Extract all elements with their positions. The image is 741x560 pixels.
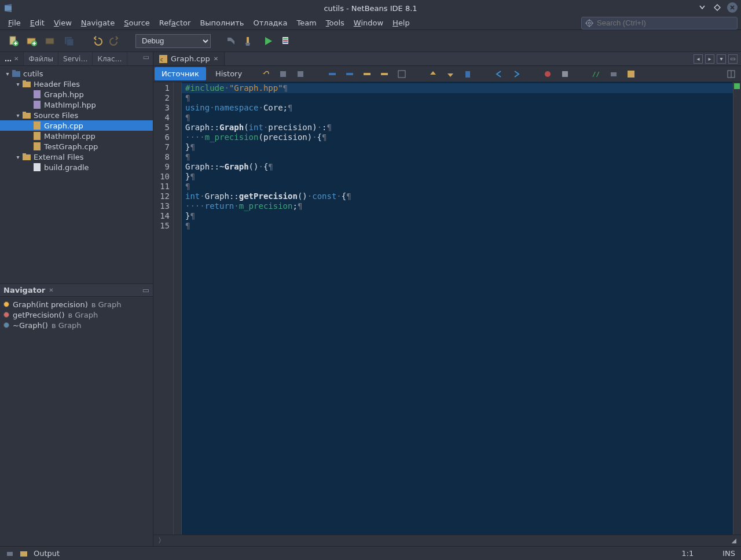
find-selection-prev-icon[interactable] <box>327 68 338 80</box>
code-content[interactable]: #include·"Graph.hpp"¶¶using·namespace·Co… <box>182 82 733 535</box>
undo-button[interactable] <box>89 34 104 49</box>
build-button[interactable] <box>223 34 239 49</box>
menu-refactor[interactable]: Refactor <box>155 17 196 28</box>
clean-build-button[interactable] <box>242 34 257 49</box>
nav-forward-icon[interactable] <box>511 68 522 80</box>
shift-line-up-icon[interactable] <box>427 68 439 80</box>
menu-выполнить[interactable]: Выполнить <box>195 17 248 28</box>
svg-rect-33 <box>298 71 303 77</box>
menu-file[interactable]: File <box>3 17 25 28</box>
search-input[interactable] <box>597 19 733 27</box>
window-close-icon[interactable] <box>727 2 738 13</box>
navigator-close-icon[interactable]: ✕ <box>49 287 53 293</box>
menu-tools[interactable]: Tools <box>321 17 349 28</box>
editor-tab-list-icon[interactable]: ▾ <box>717 54 726 64</box>
error-stripe[interactable] <box>733 82 741 535</box>
toggle-highlight-icon[interactable] <box>361 68 373 80</box>
menu-window[interactable]: Window <box>349 17 388 28</box>
menu-view[interactable]: View <box>49 17 76 28</box>
projects-tab-1[interactable]: Файлы <box>24 52 58 65</box>
go-to-header-icon[interactable] <box>625 68 637 80</box>
tree-item[interactable]: Graph.hpp <box>0 89 153 100</box>
shift-line-down-icon[interactable] <box>445 68 456 80</box>
macro-record-icon[interactable] <box>542 68 553 80</box>
editor-tabstrip: c Graph.cpp ✕ ◂ ▸ ▾ ▭ <box>153 52 741 66</box>
projects-tab-0[interactable]: … ✕ <box>0 52 24 65</box>
projects-tree[interactable]: ▾cutils▾Header FilesGraph.hppMathImpl.hp… <box>0 66 153 175</box>
menu-bar: FileEditViewNavigateSourceRefactorВыполн… <box>0 16 741 30</box>
editor-maximize-icon[interactable]: ▭ <box>728 54 738 64</box>
debug-button[interactable] <box>279 34 294 49</box>
navigator-item[interactable]: getPrecision() в Graph <box>3 310 149 320</box>
tree-item[interactable]: ▾cutils <box>0 68 153 79</box>
find-selection-next-icon[interactable] <box>344 68 355 80</box>
svg-rect-11 <box>247 37 249 43</box>
run-button[interactable] <box>261 34 276 49</box>
output-label[interactable]: Output <box>34 549 60 558</box>
menu-help[interactable]: Help <box>388 17 414 28</box>
tree-item[interactable]: ▾Header Files <box>0 79 153 89</box>
save-all-button[interactable] <box>61 34 76 49</box>
last-edit-icon[interactable] <box>261 68 272 80</box>
diff-prev-icon[interactable] <box>278 68 289 80</box>
run-config-select[interactable]: Debug <box>135 34 211 48</box>
macro-stop-icon[interactable] <box>559 68 571 80</box>
tree-item[interactable]: ▾Source Files <box>0 110 153 120</box>
output-icon[interactable] <box>20 550 28 558</box>
tree-item[interactable]: TestGraph.cpp <box>0 141 153 152</box>
editor-next-tab-icon[interactable]: ▸ <box>705 54 714 64</box>
uncomment-lines-icon[interactable] <box>608 68 619 80</box>
toggle-rectangular-icon[interactable] <box>379 68 390 80</box>
panel-minimize-icon[interactable]: ▭ <box>140 52 153 65</box>
menu-team[interactable]: Team <box>292 17 321 28</box>
editor-tab-graph-cpp[interactable]: c Graph.cpp ✕ <box>153 52 225 65</box>
code-editor[interactable]: 123456789101112131415 #include·"Graph.hp… <box>153 82 741 535</box>
projects-tab-2[interactable]: Servi… <box>58 52 93 65</box>
navigator-minimize-icon[interactable]: ▭ <box>142 286 149 294</box>
window-titlebar: cutils - NetBeans IDE 8.1 <box>0 0 741 16</box>
new-project-button[interactable] <box>24 34 39 49</box>
redo-button[interactable] <box>108 34 123 49</box>
editor-split-icon[interactable] <box>727 70 741 78</box>
tree-item[interactable]: Graph.cpp <box>0 120 153 131</box>
editor-tab-close-icon[interactable]: ✕ <box>214 56 218 62</box>
svg-rect-39 <box>465 71 470 78</box>
fold-gutter[interactable] <box>174 82 182 535</box>
svg-rect-35 <box>346 73 353 75</box>
comment-lines-icon[interactable]: // <box>590 68 602 80</box>
svg-rect-41 <box>562 71 568 77</box>
projects-tabstrip: … ✕ФайлыServi…Клас… ▭ <box>0 52 153 66</box>
tree-item[interactable]: build.gradle <box>0 162 153 172</box>
window-minimize-icon[interactable] <box>697 2 707 13</box>
svg-rect-19 <box>23 80 26 83</box>
menu-source[interactable]: Source <box>119 17 155 28</box>
window-title: cutils - NetBeans IDE 8.1 <box>324 4 417 13</box>
projects-tab-3[interactable]: Клас… <box>93 52 127 65</box>
toggle-comment-icon[interactable] <box>396 68 408 80</box>
tree-item[interactable]: ▾External Files <box>0 152 153 162</box>
global-search[interactable] <box>581 17 738 30</box>
diff-next-icon[interactable] <box>295 68 307 80</box>
nav-back-icon[interactable] <box>493 68 505 80</box>
editor-source-tab[interactable]: Источник <box>155 67 206 80</box>
navigator-item[interactable]: Graph(int precision) в Graph <box>3 299 149 310</box>
menu-navigate[interactable]: Navigate <box>76 17 119 28</box>
line-number-gutter: 123456789101112131415 <box>153 82 174 535</box>
tree-item[interactable]: MathImpl.hpp <box>0 100 153 110</box>
menu-отладка[interactable]: Отладка <box>249 17 292 28</box>
scroll-grip-icon[interactable]: ◢ <box>732 537 736 544</box>
tree-item[interactable]: MathImpl.cpp <box>0 131 153 141</box>
navigator-item[interactable]: ~Graph() в Graph <box>3 320 149 330</box>
notifications-icon[interactable] <box>6 550 14 558</box>
bookmark-icon[interactable] <box>462 68 474 80</box>
new-file-button[interactable] <box>6 34 21 49</box>
editor-prev-tab-icon[interactable]: ◂ <box>694 54 703 64</box>
window-maximize-icon[interactable] <box>712 2 722 13</box>
open-project-button[interactable] <box>43 34 58 49</box>
svg-rect-24 <box>34 121 41 130</box>
breadcrumb-expand-icon[interactable]: 〉 <box>158 536 165 546</box>
editor-history-tab[interactable]: History <box>208 67 249 80</box>
editor-breadcrumb: 〉 ◢ <box>153 535 741 546</box>
svg-rect-8 <box>46 38 54 44</box>
menu-edit[interactable]: Edit <box>25 17 49 28</box>
